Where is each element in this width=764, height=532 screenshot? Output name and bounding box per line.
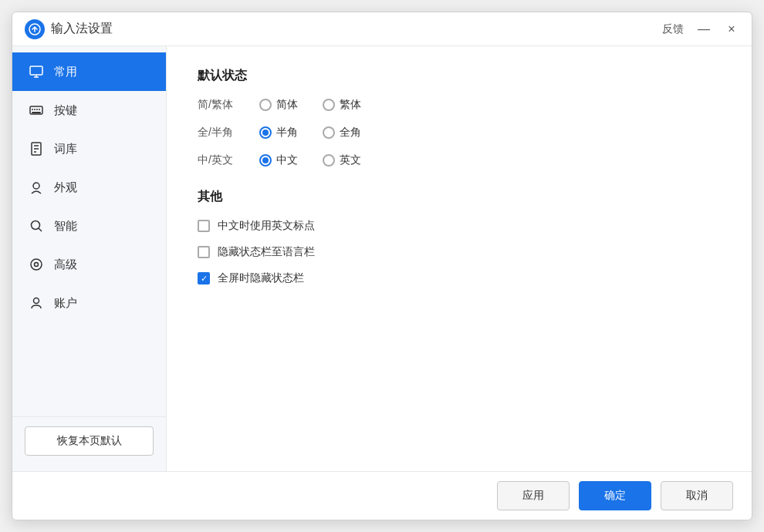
content-area: 常用按键词库外观智能高级账户 恢复本页默认 默认状态 简/繁体简体繁体全/半角半…: [12, 46, 752, 471]
checkbox-group: 中文时使用英文标点隐藏状态栏至语言栏全屏时隐藏状态栏: [198, 219, 721, 285]
confirm-button[interactable]: 确定: [579, 481, 651, 510]
checkbox-option-use_en_punct[interactable]: 中文时使用英文标点: [198, 219, 721, 233]
checkbox-box-hide_lang_bar: [198, 246, 210, 258]
sidebar-item-smart[interactable]: 智能: [12, 207, 166, 245]
checkbox-option-hide_fullscreen[interactable]: 全屏时隐藏状态栏: [198, 271, 721, 285]
row-label-1: 全/半角: [198, 126, 259, 140]
sidebar-label-advanced: 高级: [54, 258, 77, 272]
radio-circle-fan: [323, 99, 335, 111]
default-state-title: 默认状态: [198, 68, 721, 84]
radio-label-quan: 全角: [340, 126, 361, 140]
keyboard-icon: [28, 102, 45, 119]
radio-group-2: 中文英文: [259, 153, 361, 167]
svg-point-19: [34, 298, 39, 304]
sidebar-items-container: 常用按键词库外观智能高级账户: [12, 52, 166, 322]
checkbox-label-hide_lang_bar: 隐藏状态栏至语言栏: [218, 245, 315, 259]
apply-button[interactable]: 应用: [497, 481, 570, 510]
svg-point-15: [32, 221, 40, 230]
radio-option-jian[interactable]: 简体: [259, 98, 298, 112]
checkbox-box-hide_fullscreen: [198, 272, 210, 285]
title-bar: 输入法设置 反馈 — ×: [12, 12, 752, 46]
sidebar-item-advanced[interactable]: 高级: [12, 245, 166, 284]
restore-button[interactable]: 恢复本页默认: [25, 426, 154, 456]
settings-table: 简/繁体简体繁体全/半角半角全角中/英文中文英文: [198, 98, 721, 167]
sidebar-label-keys: 按键: [54, 103, 77, 118]
checkbox-label-use_en_punct: 中文时使用英文标点: [218, 219, 315, 233]
sidebar: 常用按键词库外观智能高级账户 恢复本页默认: [12, 46, 167, 471]
title-left: 输入法设置: [25, 19, 113, 39]
main-window: 输入法设置 反馈 — × 常用按键词库外观智能高级账户 恢复本页默认 默认状态 …: [12, 12, 752, 520]
search-icon: [28, 217, 45, 234]
radio-circle-ban: [259, 126, 272, 139]
radio-group-1: 半角全角: [259, 126, 361, 140]
dictionary-icon: [28, 140, 45, 157]
svg-point-14: [33, 183, 39, 189]
radio-circle-zh: [259, 154, 272, 167]
radio-option-fan[interactable]: 繁体: [323, 98, 361, 112]
appearance-icon: [28, 179, 45, 196]
main-panel: 默认状态 简/繁体简体繁体全/半角半角全角中/英文中文英文 其他 中文时使用英文…: [167, 46, 752, 471]
settings-row-2: 中/英文中文英文: [198, 153, 721, 167]
row-label-2: 中/英文: [198, 153, 259, 167]
sidebar-label-common: 常用: [54, 65, 77, 79]
settings-row-1: 全/半角半角全角: [198, 126, 721, 140]
svg-line-16: [39, 228, 42, 231]
sidebar-item-appearance[interactable]: 外观: [12, 168, 166, 207]
radio-option-en[interactable]: 英文: [323, 153, 361, 167]
radio-label-zh: 中文: [276, 153, 298, 167]
other-title: 其他: [198, 189, 721, 205]
sidebar-item-dict[interactable]: 词库: [12, 130, 166, 168]
radio-circle-en: [323, 154, 335, 167]
sidebar-item-common[interactable]: 常用: [12, 52, 166, 91]
sidebar-label-dict: 词库: [54, 142, 77, 157]
radio-label-ban: 半角: [276, 126, 298, 140]
svg-point-18: [35, 263, 39, 267]
account-icon: [28, 295, 45, 311]
radio-option-ban[interactable]: 半角: [259, 126, 298, 140]
sidebar-label-smart: 智能: [54, 219, 77, 234]
sidebar-label-appearance: 外观: [54, 180, 77, 195]
title-controls: 反馈 — ×: [662, 22, 739, 37]
close-button[interactable]: ×: [724, 22, 739, 37]
app-icon: [25, 19, 45, 39]
bottom-bar: 应用 确定 取消: [12, 471, 752, 520]
sidebar-item-account[interactable]: 账户: [12, 284, 166, 322]
radio-label-en: 英文: [340, 153, 361, 167]
svg-rect-1: [30, 66, 42, 75]
sidebar-label-account: 账户: [54, 296, 77, 311]
monitor-icon: [28, 63, 45, 80]
sidebar-footer: 恢复本页默认: [12, 416, 166, 465]
checkbox-box-use_en_punct: [198, 220, 210, 232]
radio-option-zh[interactable]: 中文: [259, 153, 298, 167]
radio-group-0: 简体繁体: [259, 98, 361, 112]
radio-label-fan: 繁体: [340, 98, 361, 112]
checkbox-option-hide_lang_bar[interactable]: 隐藏状态栏至语言栏: [198, 245, 721, 259]
window-title: 输入法设置: [51, 21, 113, 37]
settings-row-0: 简/繁体简体繁体: [198, 98, 721, 112]
radio-circle-quan: [323, 126, 335, 139]
advanced-icon: [28, 256, 45, 273]
svg-point-17: [31, 259, 42, 270]
cancel-button[interactable]: 取消: [661, 481, 733, 510]
sidebar-item-keys[interactable]: 按键: [12, 91, 166, 130]
row-label-0: 简/繁体: [198, 98, 259, 112]
radio-label-jian: 简体: [276, 98, 298, 112]
minimize-button[interactable]: —: [696, 22, 712, 37]
radio-option-quan[interactable]: 全角: [323, 126, 361, 140]
radio-circle-jian: [259, 99, 272, 111]
checkbox-label-hide_fullscreen: 全屏时隐藏状态栏: [218, 271, 304, 285]
feedback-link[interactable]: 反馈: [662, 22, 684, 36]
